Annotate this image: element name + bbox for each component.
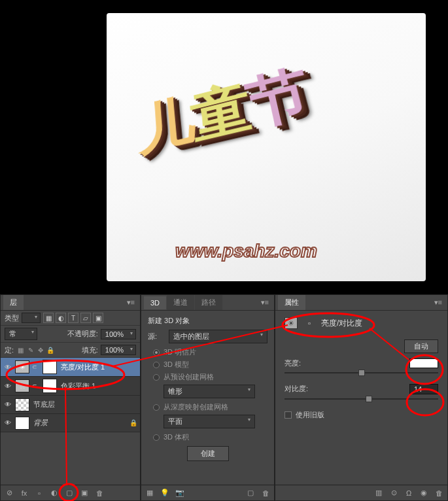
type-filter-label: 类型 (5, 313, 19, 323)
radio-preset-mesh[interactable]: 从预设创建网格 (153, 372, 267, 382)
radio-3dmodel[interactable]: 3D 模型 (153, 360, 267, 370)
radio-icon (153, 362, 160, 368)
props-footer: ▥ ⊙ Ω ◉ 🗑 (275, 485, 447, 500)
opacity-value[interactable]: 100% (101, 329, 136, 339)
layer-name[interactable]: 节底层 (32, 400, 137, 409)
link-icon: ⊂ (32, 383, 40, 389)
mask-thumb[interactable] (43, 379, 57, 393)
mask-thumb[interactable] (43, 360, 57, 374)
brightness-slider[interactable] (284, 372, 438, 373)
visibility-icon[interactable]: 👁 (3, 401, 12, 408)
slider-thumb-icon[interactable] (358, 370, 365, 376)
tab-channels[interactable]: 通道 (167, 295, 194, 310)
tab-properties[interactable]: 属性 (278, 295, 305, 310)
d3-foot-1[interactable]: ▦ (144, 487, 156, 499)
artwork-preview[interactable]: 儿童节 www.psahz.com (107, 13, 426, 281)
d3-foot-3[interactable]: 📷 (174, 487, 186, 499)
radio-volume[interactable]: 3D 体积 (153, 432, 267, 442)
new-layer-icon[interactable]: ▣ (78, 487, 90, 499)
brightness-slider-group: 亮度: (284, 358, 438, 373)
link-layers-icon[interactable]: ⊘ (3, 487, 15, 499)
layer-name[interactable]: 背景 (32, 418, 127, 428)
panel-menu-icon[interactable]: ▾≡ (432, 298, 445, 307)
char-3: 节 (243, 57, 320, 146)
filter-shape-icon[interactable]: ▱ (80, 313, 91, 323)
layers-footer: ⊘ fx ▫ ◐ ▢ ▣ 🗑 (1, 485, 140, 500)
brightness-value-input[interactable] (409, 358, 438, 368)
contrast-slider[interactable] (284, 398, 438, 400)
radio-label: 3D 明信片 (164, 347, 196, 357)
visibility-icon[interactable]: 👁 (3, 383, 12, 390)
layer-item-background[interactable]: 👁 背景 🔒 (1, 414, 140, 432)
brightness-label: 亮度: (284, 358, 301, 368)
tab-paths[interactable]: 路径 (195, 295, 222, 310)
3d-panel: 3D 通道 路径 ▾≡ 新建 3D 对象 源: 选中的图层 3D 明信片 3D … (141, 294, 275, 501)
d3-foot-2[interactable]: 💡 (159, 487, 171, 499)
layer-item-3[interactable]: 👁 节底层 (1, 396, 140, 414)
props-foot-3[interactable]: Ω (403, 487, 415, 499)
lock-transparent-icon[interactable]: ▦ (16, 346, 25, 354)
group-icon[interactable]: ▢ (63, 487, 75, 499)
lock-all-icon[interactable]: 🔒 (46, 346, 54, 354)
layer-thumb[interactable] (15, 398, 29, 411)
brightness-adj-icon[interactable]: ☀ (284, 317, 298, 329)
opacity-label: 不透明度: (67, 329, 98, 339)
d3-foot-4[interactable]: ▢ (245, 487, 256, 499)
visibility-icon[interactable]: 👁 (3, 419, 12, 426)
create-button[interactable]: 创建 (187, 446, 229, 461)
lock-fill-row: 定: ▦ ✎ ✥ 🔒 填充: 100% (1, 343, 140, 358)
layer-item-colorbal[interactable]: 👁 ⚖ ⊂ 色彩平衡 1 (1, 377, 140, 396)
filter-type-icon[interactable]: T (68, 313, 78, 323)
filter-adjust-icon[interactable]: ◐ (56, 313, 66, 323)
blend-mode-dropdown[interactable]: 常 (5, 328, 37, 340)
slider-thumb-icon[interactable] (366, 396, 372, 402)
layer-item-brightness[interactable]: 👁 ☀ ⊂ 亮度/对比度 1 (1, 358, 140, 377)
fill-value[interactable]: 100% (101, 345, 136, 355)
mask-icon[interactable]: ▫ (33, 487, 45, 499)
props-body: ☀ ▫ 亮度/对比度 自动 亮度: 对比度: 14 (275, 311, 447, 426)
canvas-area: 儿童节 www.psahz.com (0, 0, 448, 294)
tab-3d[interactable]: 3D (144, 296, 166, 309)
contrast-value-input[interactable]: 14 (409, 384, 438, 394)
layer-name[interactable]: 色彩平衡 1 (60, 381, 137, 391)
layer-name[interactable]: 亮度/对比度 1 (60, 362, 137, 372)
preset-mesh-dropdown[interactable]: 锥形 (164, 385, 255, 398)
props-foot-4[interactable]: ◉ (418, 487, 430, 499)
filter-smart-icon[interactable]: ▣ (93, 313, 103, 323)
depth-mesh-dropdown[interactable]: 平面 (164, 415, 255, 428)
legacy-label: 使用旧版 (296, 410, 324, 420)
visibility-icon[interactable]: 👁 (3, 364, 12, 371)
props-foot-2[interactable]: ⊙ (388, 487, 400, 499)
props-foot-5[interactable]: 🗑 (433, 487, 445, 499)
adjustment-thumb: ☀ (15, 360, 29, 373)
radio-label: 3D 模型 (164, 360, 189, 370)
3d-body: 新建 3D 对象 源: 选中的图层 3D 明信片 3D 模型 从预设创建网格 锥… (141, 311, 274, 466)
lock-pixels-icon[interactable]: ✎ (26, 346, 35, 354)
source-dropdown[interactable]: 选中的图层 (169, 330, 267, 343)
delete-icon[interactable]: 🗑 (94, 487, 105, 499)
panel-menu-icon[interactable]: ▾≡ (258, 298, 271, 307)
layer-thumb[interactable] (15, 417, 29, 430)
radio-label: 3D 体积 (164, 432, 189, 442)
adjustment-icon[interactable]: ◐ (48, 487, 60, 499)
filter-pixel-icon[interactable]: ▦ (43, 313, 54, 323)
auto-button[interactable]: 自动 (404, 339, 438, 353)
props-foot-1[interactable]: ▥ (373, 487, 385, 499)
fx-icon[interactable]: fx (18, 487, 30, 499)
legacy-checkbox-row[interactable]: 使用旧版 (284, 410, 438, 420)
radio-postcard[interactable]: 3D 明信片 (153, 347, 267, 357)
d3-foot-5[interactable]: 🗑 (260, 487, 271, 499)
radio-icon (153, 434, 160, 441)
mask-mode-icon[interactable]: ▫ (303, 317, 316, 329)
properties-panel: 属性 ▾≡ ☀ ▫ 亮度/对比度 自动 亮度: 对比度: (275, 294, 448, 501)
layers-tab[interactable]: 层 (3, 295, 24, 310)
radio-icon (153, 404, 160, 411)
radio-depth-mesh[interactable]: 从深度映射创建网格 (153, 402, 267, 412)
contrast-slider-group: 对比度: 14 (284, 384, 438, 400)
radio-icon (153, 374, 160, 381)
panel-menu-icon[interactable]: ▾≡ (124, 298, 137, 307)
artwork-3d-text: 儿童节 (138, 57, 320, 172)
lock-position-icon[interactable]: ✥ (36, 346, 44, 354)
checkbox-icon[interactable] (284, 411, 292, 419)
type-filter-dropdown[interactable] (22, 313, 41, 323)
